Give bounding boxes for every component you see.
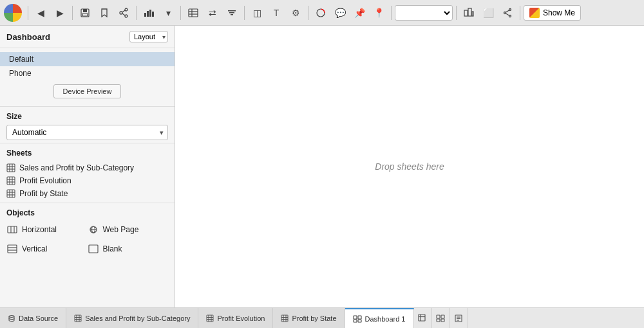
sheet-label-1: Sales and Profit by Sub-Category xyxy=(19,163,134,172)
tab-data-source[interactable]: Data Source xyxy=(0,308,66,328)
chart-type-button[interactable] xyxy=(460,4,478,22)
object-webpage[interactable]: Web Page xyxy=(88,221,169,238)
size-select[interactable]: Automatic xyxy=(6,125,168,140)
svg-rect-8 xyxy=(144,13,146,17)
tab-sales-profit[interactable]: Sales and Profit by Sub-Category xyxy=(66,308,198,328)
bar-chart-button[interactable] xyxy=(140,4,158,22)
canvas-area[interactable]: Drop sheets here xyxy=(175,26,644,307)
sheet-item-2[interactable]: Profit Evolution xyxy=(6,174,168,187)
color-button[interactable] xyxy=(312,4,330,22)
share-button[interactable] xyxy=(115,4,133,22)
group-button[interactable]: ◫ xyxy=(248,4,266,22)
object-vertical[interactable]: Vertical xyxy=(6,241,88,257)
objects-section: Objects Horizontal xyxy=(0,203,175,307)
panel-title: Dashboard xyxy=(6,32,50,42)
tab-bar: Data Source Sales and Profit by Sub-Cate… xyxy=(0,307,644,328)
tooltip-button[interactable]: 💬 xyxy=(331,4,349,22)
sort-button[interactable] xyxy=(223,4,241,22)
back-button[interactable]: ◀ xyxy=(32,4,50,22)
svg-line-7 xyxy=(122,14,125,15)
objects-grid: Horizontal Web Page xyxy=(6,221,168,257)
datasource-icon xyxy=(8,314,15,322)
svg-point-53 xyxy=(9,315,14,317)
size-label: Size xyxy=(6,112,168,121)
webpage-label: Web Page xyxy=(103,225,139,234)
svg-rect-18 xyxy=(231,14,233,15)
save-button[interactable] xyxy=(76,4,94,22)
blank-icon xyxy=(88,243,99,255)
svg-rect-12 xyxy=(189,9,198,17)
presentation-button[interactable]: ⬜ xyxy=(479,4,497,22)
tab-dashboard-1[interactable]: Dashboard 1 xyxy=(345,308,414,328)
svg-rect-72 xyxy=(358,320,361,322)
sheets-label: Sheets xyxy=(6,149,168,158)
separator-3 xyxy=(136,6,137,20)
svg-rect-52 xyxy=(89,245,98,253)
show-me-label: Show Me xyxy=(543,8,575,17)
show-me-button[interactable]: Show Me xyxy=(524,5,581,21)
svg-line-6 xyxy=(122,10,125,12)
sheet-label-2: Profit Evolution xyxy=(19,176,71,185)
device-option-default[interactable]: Default xyxy=(0,52,175,66)
svg-rect-78 xyxy=(437,319,440,322)
svg-rect-69 xyxy=(354,316,357,319)
svg-rect-64 xyxy=(281,315,288,322)
separator-5 xyxy=(244,6,245,20)
svg-rect-28 xyxy=(7,164,15,172)
object-horizontal[interactable]: Horizontal xyxy=(6,221,88,238)
annotation-button[interactable]: 📌 xyxy=(350,4,368,22)
layout-select[interactable]: Layout xyxy=(129,31,168,42)
svg-rect-38 xyxy=(7,190,15,197)
device-preview-button[interactable]: Device Preview xyxy=(53,84,122,98)
tab-profit-state-label: Profit by State xyxy=(292,314,336,322)
layout-select-wrapper: Layout xyxy=(129,31,168,42)
pin-button[interactable]: 📍 xyxy=(370,4,388,22)
svg-rect-49 xyxy=(8,245,17,253)
svg-rect-2 xyxy=(82,14,88,16)
forward-button[interactable]: ▶ xyxy=(51,4,69,22)
new-sheet-icon xyxy=(418,314,427,323)
vertical-icon xyxy=(6,243,18,255)
blank-label: Blank xyxy=(103,244,122,253)
sheets-section: Sheets Sales and Profit by Sub-Category xyxy=(0,143,175,203)
new-sheet-button[interactable] xyxy=(414,308,432,328)
svg-rect-73 xyxy=(419,314,425,321)
bookmark-button[interactable] xyxy=(95,4,113,22)
separator-6 xyxy=(308,6,308,20)
new-story-icon xyxy=(454,314,463,322)
svg-rect-54 xyxy=(75,315,81,322)
svg-rect-70 xyxy=(358,316,361,319)
datasource-label: Data Source xyxy=(19,314,58,322)
tab-profit-state[interactable]: Profit by State xyxy=(273,308,345,328)
sheet-label-3: Profit by State xyxy=(19,189,68,198)
format-button[interactable]: ⚙ xyxy=(287,4,305,22)
svg-rect-76 xyxy=(437,315,440,318)
table-button[interactable] xyxy=(184,4,202,22)
share2-button[interactable] xyxy=(498,4,516,22)
view-select[interactable] xyxy=(395,5,453,21)
sheet-icon-2 xyxy=(6,176,15,185)
svg-point-23 xyxy=(509,8,511,10)
chart-dropdown[interactable]: ▾ xyxy=(159,4,177,22)
svg-line-26 xyxy=(506,10,509,12)
svg-rect-59 xyxy=(207,315,213,322)
sheet-item-1[interactable]: Sales and Profit by Sub-Category xyxy=(6,161,168,174)
object-blank[interactable]: Blank xyxy=(88,241,169,257)
svg-rect-79 xyxy=(441,319,444,322)
new-dashboard-icon xyxy=(436,314,445,322)
swap-button[interactable]: ⇄ xyxy=(204,4,222,22)
svg-rect-21 xyxy=(468,8,471,16)
new-dashboard-button[interactable] xyxy=(432,308,450,328)
svg-rect-33 xyxy=(7,177,15,185)
tab-profit-evolution-label: Profit Evolution xyxy=(217,314,265,322)
horizontal-label: Horizontal xyxy=(22,225,57,234)
svg-point-24 xyxy=(509,15,511,17)
webpage-icon xyxy=(88,224,99,235)
sheet-item-3[interactable]: Profit by State xyxy=(6,187,168,200)
svg-rect-17 xyxy=(229,12,234,14)
device-phone-label: Phone xyxy=(9,69,32,78)
new-story-button[interactable] xyxy=(450,308,468,328)
device-option-phone[interactable]: Phone xyxy=(0,66,175,80)
label-button[interactable]: T xyxy=(267,4,285,22)
tab-profit-evolution[interactable]: Profit Evolution xyxy=(198,308,273,328)
